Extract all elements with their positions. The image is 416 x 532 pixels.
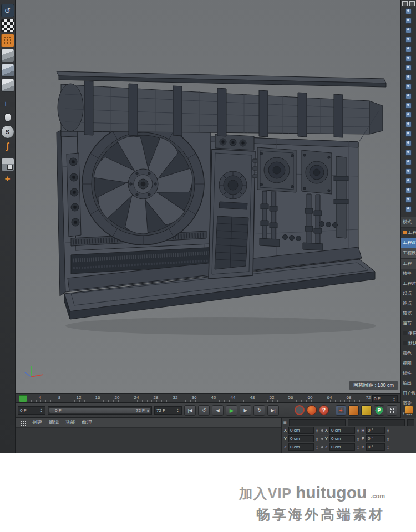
attr-row[interactable]: 工程 [401,228,416,238]
key-grid-button[interactable] [387,405,397,416]
object-item-icon[interactable] [405,187,412,193]
spinner-icon[interactable] [356,445,360,449]
coords-dropdown[interactable]: -- [348,419,405,426]
axis-plus-icon[interactable] [2,173,14,185]
corner-pen-icon[interactable] [2,98,14,110]
attr-row[interactable]: 工程时长 [401,279,416,289]
array-grid-icon[interactable] [1,34,14,47]
layers-grid-icon[interactable] [1,158,14,171]
object-item-icon[interactable] [405,131,412,137]
cube-light-icon[interactable] [1,79,14,92]
goto-start-button[interactable]: |◀ [184,405,196,416]
prev-frame-button[interactable]: ◀ [212,405,224,416]
spinner-icon[interactable] [315,428,319,433]
spinner-icon[interactable] [356,428,360,433]
viewport[interactable]: 网格间距 : 100 cm [16,0,400,393]
menu-function[interactable]: 功能 [65,419,75,426]
attr-row[interactable]: 使用 [401,329,416,339]
key-scale-button[interactable] [361,405,372,416]
object-item-icon[interactable] [405,65,412,71]
attr-row[interactable]: 颜色 [401,349,416,359]
object-item-icon[interactable] [405,150,412,156]
object-item-icon[interactable] [405,74,412,80]
window-close-icon[interactable] [409,1,415,6]
object-item-icon[interactable] [405,8,412,14]
spinner-icon[interactable] [315,437,319,441]
attr-row[interactable]: 预览 [401,309,416,319]
coord-input[interactable]: 0 cm [288,435,314,442]
attr-row[interactable]: 模式 [401,217,416,228]
coord-input[interactable]: 0 cm [329,435,355,442]
reverse-loop-button[interactable]: ↺ [198,405,210,416]
timeline-end-field[interactable]: 0 F [372,395,398,402]
object-item-icon[interactable] [405,18,412,24]
menu-lines-icon[interactable] [283,420,287,426]
coord-input[interactable]: 0 cm [329,443,355,451]
goto-end-button[interactable]: ▶| [267,405,279,416]
help-button[interactable]: ? [319,405,329,415]
range-bar[interactable] [49,408,150,413]
undo-icon[interactable] [1,4,14,17]
key-parameter-button[interactable]: P [374,405,384,416]
object-item-icon[interactable] [405,27,412,33]
cube-icon[interactable] [1,49,14,62]
timeline-playhead[interactable] [19,395,27,402]
spinner-icon[interactable] [386,437,390,441]
panel-edge-icon[interactable] [405,406,413,414]
bone-hook-icon[interactable] [2,140,14,152]
attr-row[interactable]: 工程 [401,259,416,269]
object-item-icon[interactable] [405,121,412,127]
attr-row[interactable]: 起点 [401,289,416,299]
keyframe-target-button[interactable]: + [336,405,346,416]
object-item-icon[interactable] [405,84,412,90]
spinner-icon[interactable] [386,445,390,449]
play-button[interactable]: ▶ [226,405,237,416]
current-frame-field[interactable]: 0 F [18,406,45,415]
menu-create[interactable]: 创建 [32,419,42,426]
attr-row[interactable]: 工程设置 [401,238,416,248]
attr-row[interactable]: 线性 [401,369,416,378]
snap-s-icon[interactable] [1,125,14,139]
attr-row[interactable]: 视图 [401,359,416,369]
end-frame-field[interactable]: 72 F [154,406,182,415]
mouse-icon[interactable] [2,111,14,124]
cube-variant-icon[interactable] [1,64,14,77]
spinner-icon[interactable] [356,437,360,441]
key-position-button[interactable] [348,405,359,416]
spinner-icon[interactable] [386,428,390,433]
coords-dropdown[interactable]: -- [289,419,346,426]
loop-button[interactable]: ↻ [253,405,265,416]
attr-row[interactable]: 工程设置 [401,248,416,259]
menu-grid-icon[interactable] [20,420,26,426]
menu-edit[interactable]: 编辑 [49,419,59,426]
coord-input[interactable]: 0 ° [366,443,385,451]
preview-range-slider[interactable]: 0 F 72 F [48,406,152,415]
object-item-icon[interactable] [405,168,412,175]
coord-input[interactable]: 0 cm [288,443,314,451]
next-frame-button[interactable]: ▶ [240,405,251,416]
attr-row[interactable]: 终点 [401,299,416,309]
object-item-icon[interactable] [405,112,412,118]
render-settings-flag-icon[interactable] [1,19,14,32]
object-item-icon[interactable] [405,159,412,165]
spinner-icon[interactable] [39,408,43,412]
timeline-ruler[interactable]: 4 8 12 16 20 24 28 32 36 40 44 48 52 56 … [16,393,400,403]
record-active-button[interactable] [307,405,317,415]
coord-input[interactable]: 0 cm [329,427,355,434]
coord-input[interactable]: 0 ° [366,435,385,442]
object-item-icon[interactable] [405,55,412,62]
record-ring-button[interactable] [295,405,305,415]
coords-square-button[interactable] [407,419,414,426]
spinner-icon[interactable] [176,408,180,412]
window-restore-icon[interactable] [402,1,408,6]
object-item-icon[interactable] [405,140,412,146]
coord-input[interactable]: 0 cm [288,427,314,434]
object-item-icon[interactable] [405,93,412,99]
object-item-icon[interactable] [405,37,412,43]
attr-row[interactable]: 用户数据 [401,388,416,398]
coord-input[interactable]: 0 ° [366,427,385,434]
spinner-icon[interactable] [315,445,319,449]
attr-row[interactable]: 细节 [401,319,416,329]
object-item-icon[interactable] [405,206,412,212]
object-item-icon[interactable] [405,46,412,52]
